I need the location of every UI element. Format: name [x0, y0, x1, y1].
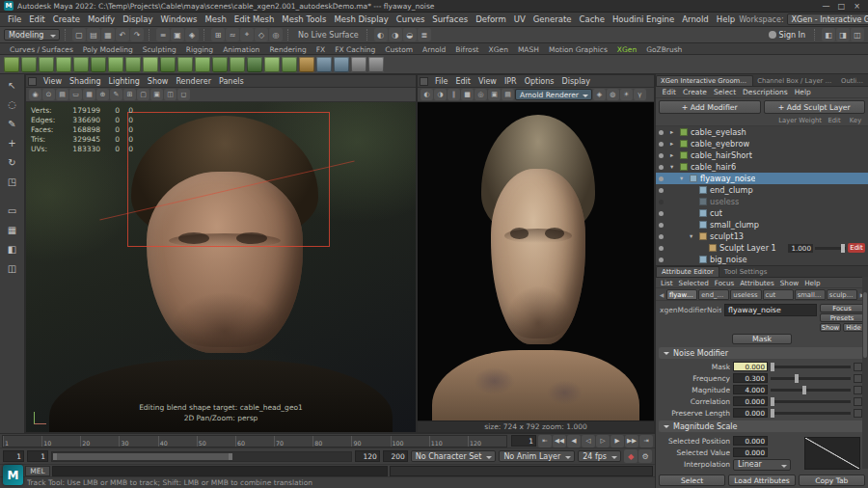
render-view-menus-5[interactable]: Display — [558, 77, 595, 86]
lasso-tool[interactable]: ◌ — [3, 95, 22, 114]
main-menu-10[interactable]: Curves — [393, 14, 429, 24]
main-menu-18[interactable]: Help — [713, 14, 739, 24]
tab[interactable]: Motion Graphics — [545, 45, 611, 54]
tab[interactable]: Channel Box / Layer Editor — [753, 76, 837, 86]
main-menu-11[interactable]: Surfaces — [428, 14, 472, 24]
hypershade-layout[interactable]: ◫ — [3, 259, 22, 278]
tab[interactable]: Attribute Editor — [656, 266, 719, 277]
open-scene-icon[interactable]: ▤ — [87, 28, 100, 41]
expand-icon[interactable]: ▾ — [680, 175, 687, 182]
divider[interactable] — [366, 29, 369, 41]
snap-point-icon[interactable]: ⌖ — [240, 28, 254, 41]
grease-pencil-icon[interactable]: ✎ — [110, 89, 122, 100]
range-slider[interactable] — [51, 451, 352, 462]
tab[interactable]: XGen Interactive Groom Editor — [656, 75, 753, 86]
flyaway_noise[interactable]: ▾ flyaway_noise — [656, 173, 868, 184]
viewport-menus-1[interactable]: Shading — [66, 77, 105, 86]
select-component-icon[interactable]: ◈ — [185, 28, 199, 41]
visibility-dot-icon[interactable] — [656, 258, 666, 262]
frame-ruler-3[interactable]: 30 — [119, 436, 157, 447]
width-brush-icon[interactable] — [73, 57, 89, 72]
attribute-slider[interactable] — [771, 412, 851, 415]
tab[interactable]: Sculpting — [139, 45, 180, 54]
small_clump[interactable]: small_clump — [656, 219, 868, 230]
tab[interactable]: Custom — [381, 45, 417, 54]
divider[interactable] — [814, 29, 817, 41]
frame-ruler-2[interactable]: 20 — [80, 436, 119, 447]
magnitude-scale-section-header[interactable]: Magnitude Scale — [659, 420, 865, 432]
tab[interactable]: Curves / Surfaces — [6, 45, 77, 54]
current-frame-field[interactable]: 1 — [511, 435, 536, 447]
render-view-menus-3[interactable]: IPR — [501, 77, 521, 86]
tab[interactable]: Tool Settings — [719, 267, 773, 277]
tab-scroll-left-icon[interactable]: ◀ — [658, 291, 665, 298]
attribute-editor-footer-0[interactable]: Select — [659, 474, 725, 486]
channel-box-toggle-icon[interactable]: ◫ — [851, 28, 864, 41]
attribute-editor-node-tab[interactable]: cut — [763, 289, 794, 300]
viewport-menus-5[interactable]: Panels — [215, 77, 248, 86]
select-object-icon[interactable]: ▣ — [171, 28, 184, 41]
command-language-toggle[interactable]: MEL — [25, 466, 50, 476]
step-forward-frame-button[interactable]: ▶▶ — [625, 435, 638, 447]
convert-to-polygons-icon[interactable] — [21, 57, 37, 72]
attribute-editor-menu-bar-4[interactable]: Show — [777, 279, 801, 287]
rotate-tool[interactable]: ↻ — [3, 153, 22, 172]
scale-tool[interactable]: ◳ — [3, 173, 22, 191]
frame-ruler-6[interactable]: 60 — [235, 436, 274, 447]
frame-ruler-11[interactable]: 110 — [429, 436, 468, 447]
visibility-dot-icon[interactable] — [656, 153, 666, 158]
groom-editor-menu-bar-3[interactable]: Descriptions — [740, 88, 792, 96]
attribute-editor-menu-bar-2[interactable]: Focus — [712, 279, 738, 287]
tab[interactable]: Poly Modeling — [79, 45, 137, 54]
attribute-editor-footer-1[interactable]: Load Attributes — [728, 474, 795, 486]
viewport-menus-0[interactable]: View — [40, 77, 66, 86]
noise-modifier-section-header[interactable]: Noise Modifier — [659, 347, 865, 359]
comb-brush-icon[interactable] — [160, 57, 176, 72]
show-button[interactable]: Show — [820, 323, 841, 332]
make-live-icon[interactable]: ◎ — [269, 28, 283, 41]
sculpt13[interactable]: ▾ sculpt13 — [656, 230, 868, 242]
step-back-key-button[interactable]: ◀ — [567, 435, 581, 447]
attribute-editor-menu-bar-5[interactable]: Help — [801, 279, 823, 287]
cut[interactable]: cut — [656, 207, 868, 219]
main-menu-13[interactable]: UV — [510, 14, 529, 24]
lock-camera-icon[interactable]: ⊙ — [42, 89, 55, 100]
attribute-editor-node-tab[interactable]: sculpt13 — [827, 289, 857, 300]
repel-brush-icon[interactable] — [230, 57, 245, 72]
playback-start-field[interactable]: 1 — [27, 450, 48, 462]
visibility-dot-icon[interactable] — [656, 211, 666, 216]
frame-ruler-9[interactable]: 90 — [351, 436, 390, 447]
divider[interactable] — [65, 29, 68, 41]
main-menu-12[interactable]: Deform — [472, 14, 510, 24]
cable_hairShort[interactable]: ▸ cable_hairShort — [656, 149, 868, 161]
attribute-value-field[interactable]: 0.000 — [733, 362, 768, 371]
attribute-value-field[interactable]: 0.000 — [733, 447, 768, 457]
map-connection-icon[interactable] — [854, 386, 862, 394]
tab[interactable]: Rendering — [265, 45, 310, 54]
attract-brush-icon[interactable] — [212, 57, 228, 72]
frame-ruler-10[interactable]: 100 — [391, 436, 429, 447]
minimize-button[interactable]: — — [819, 2, 833, 11]
live-surface-label[interactable]: No Live Surface — [295, 31, 362, 40]
main-menu-4[interactable]: Display — [119, 14, 156, 24]
command-input[interactable] — [52, 466, 388, 476]
alpha-channel-icon[interactable]: ◍ — [607, 89, 619, 100]
select-hierarchy-icon[interactable]: ≡ — [156, 28, 170, 41]
render-view-menus-0[interactable]: File — [431, 77, 451, 86]
guides-tool-icon[interactable] — [368, 57, 384, 72]
playback-end-field[interactable]: 120 — [355, 450, 380, 462]
renderer-dropdown[interactable]: Arnold Renderer — [515, 89, 592, 100]
stop-render-icon[interactable]: ■ — [461, 89, 474, 100]
viewport-canvas[interactable]: Verts: 179199 0 0 Edges: 336690 0 0 Face… — [26, 102, 416, 432]
film-gate-icon[interactable]: ▢ — [137, 89, 149, 100]
visibility-dot-icon[interactable] — [656, 246, 666, 251]
tab[interactable]: XGen — [613, 45, 640, 54]
render-settings-icon[interactable]: ≣ — [418, 28, 431, 41]
select-tool[interactable]: ↖ — [3, 76, 22, 95]
attribute-value-field[interactable]: 0.000 — [733, 408, 768, 418]
visibility-dot-icon[interactable] — [656, 200, 666, 204]
go-to-start-button[interactable]: ⇤ — [538, 435, 552, 447]
snap-grid-icon[interactable]: ⊞ — [211, 28, 225, 41]
visibility-dot-icon[interactable] — [656, 234, 666, 239]
groom-presets-icon[interactable] — [351, 57, 366, 72]
